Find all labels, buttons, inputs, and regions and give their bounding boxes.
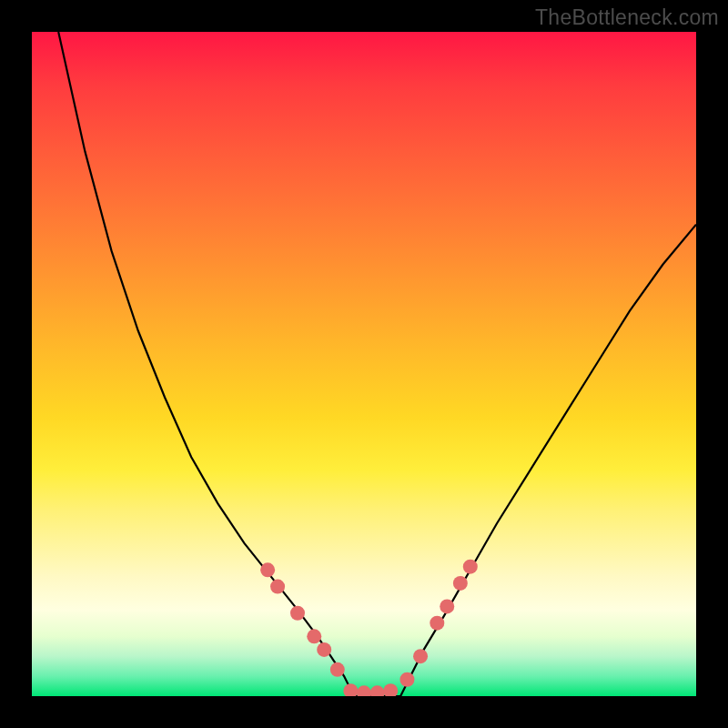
- chart-stage: TheBottleneck.com: [0, 0, 728, 728]
- marker-dots-group: [260, 560, 478, 696]
- left-dot-5: [317, 642, 331, 657]
- watermark-text: TheBottleneck.com: [535, 5, 719, 30]
- right-dot-6: [463, 560, 478, 574]
- plot-area: [32, 32, 696, 696]
- left-dot-1: [260, 562, 275, 577]
- left-dot-4: [307, 629, 321, 643]
- floor-dot-3: [370, 685, 385, 696]
- right-dot-4: [440, 599, 454, 613]
- left-dot-3: [290, 606, 305, 621]
- right-curve-path: [400, 225, 696, 696]
- floor-dot-2: [357, 685, 371, 696]
- left-dot-6: [330, 662, 345, 677]
- right-dot-2: [413, 649, 428, 663]
- right-dot-5: [453, 576, 468, 591]
- left-dot-2: [270, 580, 285, 594]
- left-curve-path: [58, 32, 354, 696]
- right-dot-1: [399, 672, 414, 687]
- floor-dot-4: [383, 683, 398, 696]
- right-dot-3: [430, 616, 444, 631]
- floor-dot-1: [343, 683, 358, 696]
- chart-svg: [32, 32, 696, 696]
